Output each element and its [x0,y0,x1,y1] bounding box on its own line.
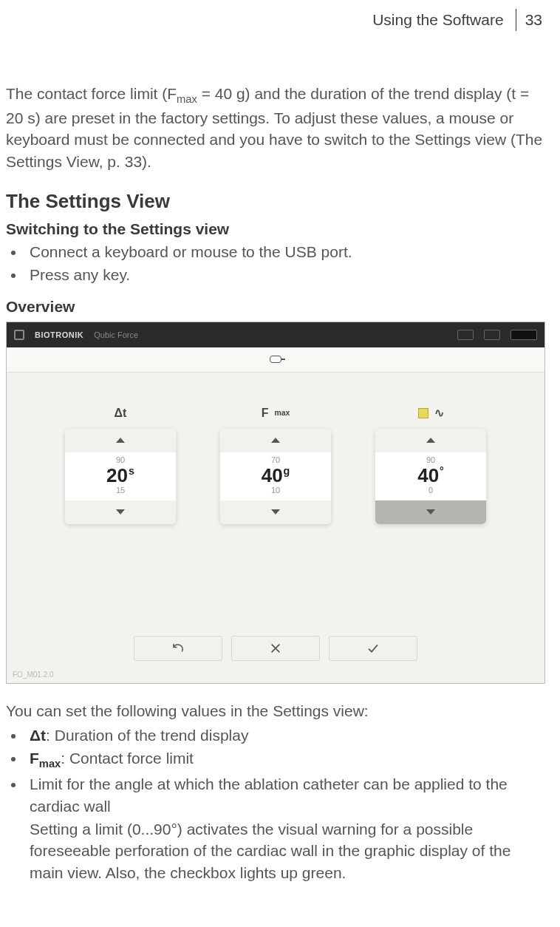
undo-icon [171,642,185,655]
decrease-button[interactable] [65,500,176,524]
next-value: 15 [65,486,176,495]
value-number: 40 [262,464,283,486]
continued-paragraph: Setting a limit (0...90°) activates the … [30,818,545,883]
list-item-text: Connect a keyboard or mouse to the USB p… [30,243,352,260]
value-unit: ° [440,465,444,477]
current-value: 40° [375,465,486,486]
key-icon [270,356,281,363]
spinner-display: 90 40° 0 [375,452,486,500]
status-icon [457,330,474,340]
item-bold: Δt [30,727,46,744]
spinner-display: 90 20s 15 [65,452,176,500]
increase-button[interactable] [220,429,331,452]
column-label-fmax: Fmax [262,405,290,421]
spinner-fmax: 70 40g 10 [220,429,331,524]
current-value: 20s [65,465,176,486]
switching-heading: Switching to the Settings view [6,220,545,238]
label-base: F [262,407,269,420]
list-item: Connect a keyboard or mouse to the USB p… [25,241,545,262]
switching-list: Connect a keyboard or mouse to the USB p… [6,241,545,286]
value-unit: s [129,465,134,477]
angle-wave-icon: ∿ [434,406,444,420]
values-list: Δt: Duration of the trend display Fmax: … [6,724,545,817]
increase-button[interactable] [65,429,176,452]
item-rest: : Duration of the trend display [46,727,248,744]
chevron-down-icon [426,509,435,515]
next-value: 10 [220,486,331,495]
value-number: 40 [417,464,439,486]
page-number: 33 [522,11,545,29]
intro-sub: max [177,93,197,105]
decrease-button[interactable] [220,500,331,524]
cancel-button[interactable] [231,636,320,661]
brand-name: BIOTRONIK [35,330,83,339]
screenshot-code: FO_M01.2.0 [13,670,54,679]
check-icon [366,642,380,654]
chevron-down-icon [116,509,125,515]
dialog-button-row [134,636,417,661]
setting-column-fmax: Fmax 70 40g 10 [220,405,331,524]
app-titlebar: BIOTRONIK Qubic Force [7,322,544,347]
angle-checkbox[interactable] [418,408,428,418]
spinner-display: 70 40g 10 [220,452,331,500]
item-rest: : Contact force limit [61,750,194,767]
section-title: The Settings View [6,190,545,213]
next-value: 0 [375,486,486,495]
brand-icon [14,330,24,340]
setting-column-dt: Δt 90 20s 15 [65,405,176,524]
section-name: Using the Software [372,11,509,29]
chevron-down-icon [271,509,280,515]
decrease-button[interactable] [375,500,486,524]
intro-text-a: The contact force limit (F [6,85,177,102]
increase-button[interactable] [375,429,486,452]
list-item: Limit for the angle at which the ablatio… [25,773,545,817]
item-bold: Fmax [30,750,61,767]
bold-base: F [30,750,39,767]
status-icon [511,330,537,340]
value-number: 20 [106,464,128,486]
item-plain: Limit for the angle at which the ablatio… [30,775,508,814]
label-sub: max [274,409,290,417]
chevron-up-icon [116,438,125,443]
list-item: Δt: Duration of the trend display [25,724,545,746]
column-label-dt: Δt [115,405,127,421]
list-item: Fmax: Contact force limit [25,747,545,772]
key-indicator-bar [7,347,544,373]
overview-heading: Overview [6,298,545,316]
current-value: 40g [220,465,331,486]
spinner-angle: 90 40° 0 [375,429,486,524]
bold-sub: max [39,758,61,770]
close-icon [270,642,281,654]
column-label-angle: ∿ [418,405,444,421]
chevron-up-icon [271,438,280,443]
product-name: Qubic Force [94,330,138,339]
settings-screenshot: BIOTRONIK Qubic Force Δt 90 20s 15 [6,322,545,684]
value-unit: g [284,465,290,477]
list-item-text: Press any key. [30,266,130,283]
spinner-dt: 90 20s 15 [65,429,176,524]
setting-column-angle: ∿ 90 40° 0 [375,405,486,524]
status-icon [484,330,500,340]
confirm-button[interactable] [329,636,417,661]
after-lead: You can set the following values in the … [6,700,545,721]
undo-button[interactable] [134,636,222,661]
header-divider [516,9,516,31]
intro-paragraph: The contact force limit (Fmax = 40 g) an… [6,83,545,172]
page-header: Using the Software 33 [6,9,545,31]
chevron-up-icon [426,438,435,443]
list-item: Press any key. [25,264,545,285]
